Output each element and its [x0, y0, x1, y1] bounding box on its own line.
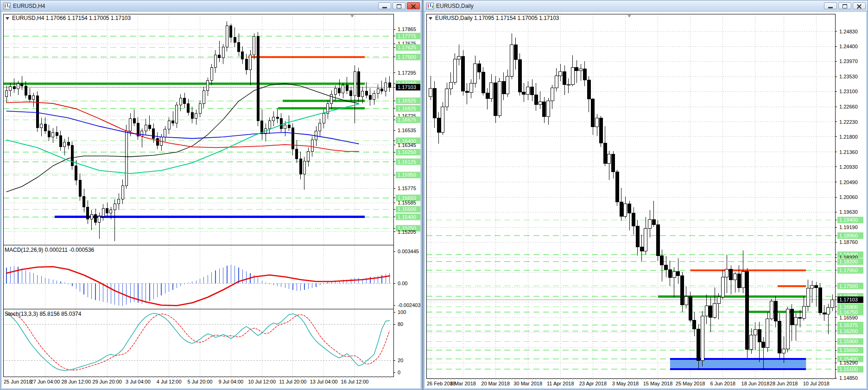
- svg-text:23 Apr 2018: 23 Apr 2018: [579, 381, 607, 386]
- restore-button[interactable]: [838, 2, 851, 9]
- svg-text:3 May 2018: 3 May 2018: [612, 381, 639, 386]
- svg-text:1.16375: 1.16375: [839, 322, 858, 328]
- svg-text:25 Jun 2018: 25 Jun 2018: [4, 379, 32, 384]
- svg-text:1.17103: 1.17103: [398, 84, 416, 90]
- restore-icon: [397, 4, 401, 8]
- svg-text:-0.002403: -0.002403: [398, 302, 420, 308]
- svg-text:15 May 2018: 15 May 2018: [643, 381, 673, 386]
- window-title: EURUSD,Daily: [436, 3, 474, 9]
- svg-text:1.16345: 1.16345: [398, 142, 416, 148]
- svg-text:0: 0: [398, 370, 400, 375]
- close-button[interactable]: [407, 2, 420, 9]
- daily-legend: EURUSD,Daily 1.17095 1.17154 1.17005 1.1…: [429, 15, 559, 21]
- svg-text:1.16590: 1.16590: [839, 315, 858, 320]
- daily-chart-area[interactable]: 1.248301.244001.239701.235301.231001.226…: [425, 12, 866, 388]
- chart-window-icon: [426, 3, 434, 9]
- svg-text:1.15900: 1.15900: [839, 339, 858, 344]
- svg-text:18 Jun 2018: 18 Jun 2018: [741, 381, 770, 386]
- svg-text:1.17865: 1.17865: [398, 26, 416, 32]
- svg-text:1.16250: 1.16250: [398, 149, 416, 155]
- h4-chart-canvas[interactable]: 0.0034450.00-0.002403100802001.178651.17…: [2, 12, 420, 388]
- svg-text:1.16200: 1.16200: [839, 328, 858, 334]
- h4-titlebar[interactable]: EURUSD,H4: [0, 0, 422, 12]
- svg-text:29 Jun 20:00: 29 Jun 20:00: [92, 379, 122, 384]
- h4-legend: EURUSD,H4 1.17066 1.17154 1.17005 1.1710…: [6, 15, 131, 21]
- svg-text:1.23530: 1.23530: [839, 74, 858, 79]
- svg-text:1.23100: 1.23100: [839, 89, 858, 94]
- svg-text:1.21800: 1.21800: [839, 134, 858, 140]
- svg-text:1.16535: 1.16535: [398, 128, 416, 133]
- daily-titlebar[interactable]: EURUSD,Daily: [424, 0, 868, 12]
- svg-text:1.15950: 1.15950: [398, 172, 416, 178]
- svg-text:1.17295: 1.17295: [398, 70, 416, 76]
- minimize-icon: [828, 7, 833, 8]
- svg-text:1.16675: 1.16675: [398, 117, 416, 122]
- svg-text:13 Jul 04:00: 13 Jul 04:00: [310, 379, 338, 384]
- minimize-button[interactable]: [378, 2, 391, 9]
- svg-text:100: 100: [398, 309, 406, 315]
- svg-text:16 Jul 12:00: 16 Jul 12:00: [341, 379, 369, 384]
- svg-text:11 Apr 2018: 11 Apr 2018: [547, 381, 574, 386]
- svg-text:1.15400: 1.15400: [398, 214, 416, 220]
- svg-text:1.17950: 1.17950: [839, 268, 858, 273]
- window-title: EURUSD,H4: [13, 3, 45, 9]
- svg-text:1.16900: 1.16900: [839, 304, 858, 310]
- svg-text:10 Jul 2018: 10 Jul 2018: [803, 381, 830, 386]
- svg-text:9 Jul 04:00: 9 Jul 04:00: [218, 379, 243, 384]
- legend-dropdown-icon[interactable]: [429, 17, 432, 20]
- restore-icon: [843, 4, 847, 8]
- daily-chart-canvas[interactable]: 1.248301.244001.239701.235301.231001.226…: [425, 12, 866, 388]
- svg-text:1.16750: 1.16750: [839, 309, 858, 315]
- svg-text:1.18950: 1.18950: [839, 233, 858, 238]
- minimize-button[interactable]: [824, 2, 837, 9]
- h4-chart-area[interactable]: 0.0034450.00-0.002403100802001.178651.17…: [2, 12, 420, 388]
- chart-window-h4: EURUSD,H4 0.0034450.00-0.002403100802001…: [0, 0, 422, 390]
- svg-text:27 Jun 04:00: 27 Jun 04:00: [31, 379, 60, 384]
- svg-text:1.17775: 1.17775: [398, 33, 416, 39]
- macd-legend: MACD(12,26,9) 0.000211 -0.000536: [5, 247, 94, 253]
- svg-text:1.16125: 1.16125: [398, 159, 416, 165]
- minimize-icon: [382, 7, 387, 8]
- daily-support-box[interactable]: [670, 359, 806, 369]
- svg-text:20 Mar 2018: 20 Mar 2018: [481, 381, 510, 386]
- svg-text:11 Jul 20:00: 11 Jul 20:00: [279, 379, 306, 384]
- svg-text:1.15100: 1.15100: [839, 366, 858, 372]
- svg-text:30 Mar 2018: 30 Mar 2018: [513, 381, 542, 386]
- svg-text:20: 20: [398, 358, 403, 363]
- svg-text:1.17500: 1.17500: [839, 283, 858, 289]
- legend-dropdown-icon[interactable]: [6, 17, 9, 20]
- close-icon: [411, 4, 416, 8]
- svg-text:1.15290: 1.15290: [839, 360, 858, 365]
- svg-text:1.19190: 1.19190: [839, 224, 858, 230]
- svg-text:1.24400: 1.24400: [839, 44, 858, 49]
- svg-text:1.17625: 1.17625: [398, 45, 416, 50]
- chart-window-icon: [3, 3, 11, 9]
- svg-text:80: 80: [398, 321, 403, 327]
- svg-text:3 Jul 04:00: 3 Jul 04:00: [126, 379, 151, 384]
- svg-text:1.24830: 1.24830: [839, 29, 858, 34]
- svg-text:1.20060: 1.20060: [839, 194, 858, 200]
- svg-text:1.17103: 1.17103: [839, 297, 858, 302]
- svg-text:1.15650: 1.15650: [839, 347, 858, 353]
- stoch-legend: Stoch(13,3,3) 85.8156 85.0374: [5, 311, 81, 317]
- close-icon: [857, 4, 862, 8]
- svg-text:25 May 2018: 25 May 2018: [676, 381, 705, 386]
- h4-legend-text: EURUSD,H4 1.17066 1.17154 1.17005 1.1710…: [12, 15, 131, 21]
- svg-text:1.19400: 1.19400: [839, 217, 858, 223]
- close-button[interactable]: [853, 2, 866, 9]
- svg-text:1.15205: 1.15205: [398, 229, 416, 235]
- svg-text:1.20490: 1.20490: [839, 179, 858, 185]
- restore-button[interactable]: [393, 2, 405, 9]
- svg-text:1.22660: 1.22660: [839, 104, 858, 109]
- chart-window-daily: EURUSD,Daily 1.248301.244001.239701.2353…: [423, 0, 868, 390]
- svg-text:4 Jul 12:00: 4 Jul 12:00: [157, 379, 182, 384]
- svg-text:1.16925: 1.16925: [398, 98, 416, 103]
- svg-text:28 Jun 12:00: 28 Jun 12:00: [61, 379, 91, 384]
- svg-text:1.22230: 1.22230: [839, 119, 858, 125]
- svg-text:1.16825: 1.16825: [398, 106, 416, 111]
- svg-text:1.15775: 1.15775: [398, 185, 416, 191]
- svg-text:0.00: 0.00: [398, 281, 407, 286]
- daily-legend-text: EURUSD,Daily 1.17095 1.17154 1.17005 1.1…: [435, 15, 559, 21]
- svg-text:1.15500: 1.15500: [398, 206, 416, 212]
- svg-text:1.23970: 1.23970: [839, 58, 858, 64]
